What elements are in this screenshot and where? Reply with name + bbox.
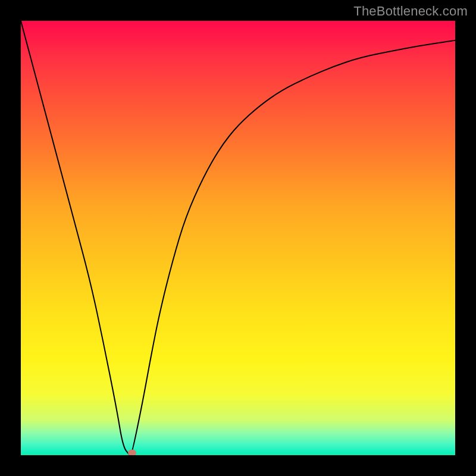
chart-frame: TheBottleneck.com (0, 0, 476, 476)
bottleneck-curve (21, 21, 455, 455)
optimal-point-marker (128, 450, 136, 455)
plot-area (21, 21, 455, 455)
watermark-text: TheBottleneck.com (353, 4, 468, 19)
curve-svg (21, 21, 455, 455)
